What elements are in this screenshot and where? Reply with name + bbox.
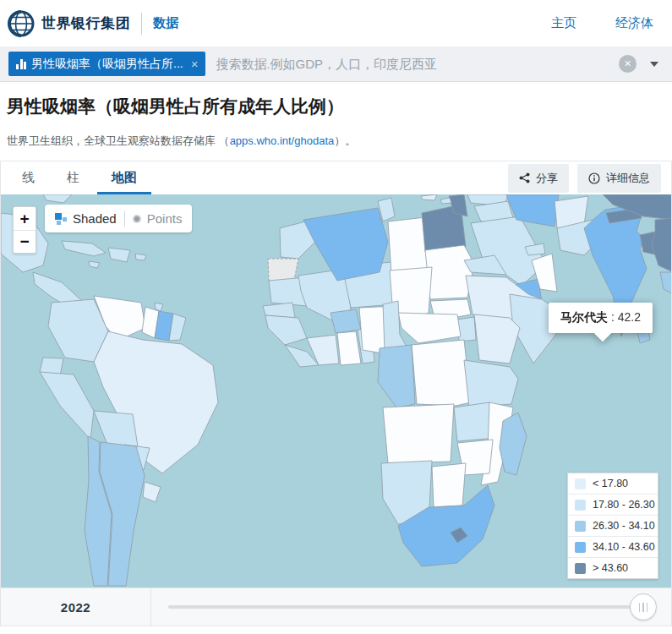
- country-botswana[interactable]: [432, 463, 466, 507]
- legend-row: 34.10 - 43.60: [568, 536, 658, 557]
- legend-row: > 43.60: [568, 557, 658, 578]
- mode-points[interactable]: Points: [133, 211, 183, 226]
- source-note: 世界卫生组织，全球卫生观察站数据存储库 （apps.who.int/ghodat…: [7, 134, 356, 149]
- info-icon: [588, 172, 600, 184]
- bar-chart-icon: [16, 59, 26, 69]
- legend-row: 17.80 - 26.30: [568, 494, 658, 515]
- map-tooltip: 马尔代夫 : 42.2: [549, 303, 653, 339]
- share-button[interactable]: 分享: [508, 164, 569, 193]
- legend-row: 26.30 - 34.10: [568, 515, 658, 536]
- map-legend: < 17.8017.80 - 26.3026.30 - 34.1034.10 -…: [567, 473, 658, 579]
- page-title: 男性吸烟率（吸烟男性占所有成年人比例）: [7, 95, 344, 118]
- legend-label: 34.10 - 43.60: [593, 541, 655, 553]
- timeline-year: 2022: [61, 600, 90, 615]
- brand[interactable]: 世界银行集团 数据: [7, 9, 178, 38]
- search-input[interactable]: [216, 57, 619, 71]
- indicator-tag-label: 男性吸烟率（吸烟男性占所...: [31, 57, 183, 72]
- details-label: 详细信息: [606, 171, 650, 186]
- brand-name: 世界银行集团: [41, 14, 130, 33]
- chart-tabbar: 线 柱 地图 分享 详细: [1, 161, 671, 194]
- timeline-slider-handle[interactable]: [630, 593, 657, 620]
- country-sudan[interactable]: [425, 245, 474, 299]
- shaded-label: Shaded: [73, 211, 117, 226]
- share-label: 分享: [536, 171, 558, 186]
- country-uganda[interactable]: [457, 317, 476, 342]
- worldbank-data-page: 世界银行集团 数据 主页 经济体 男性吸烟率（吸烟男性占所... × × 男性吸…: [0, 0, 672, 634]
- legend-swatch: [575, 542, 586, 553]
- nav-home-link[interactable]: 主页: [551, 15, 576, 31]
- tag-close-icon[interactable]: ×: [191, 57, 199, 70]
- country-drc[interactable]: [412, 340, 471, 406]
- source-link[interactable]: apps.who.int/ghodata: [230, 134, 335, 147]
- tab-actions: 分享 详细信息: [508, 161, 671, 194]
- points-label: Points: [147, 211, 183, 226]
- map-area: + − Shaded Points 马尔代夫 : 42.2 < 17.8017.…: [1, 194, 671, 588]
- legend-label: 26.30 - 34.10: [593, 520, 655, 532]
- worldbank-globe-logo: [7, 9, 36, 38]
- points-icon: [133, 215, 141, 223]
- nav-economies-link[interactable]: 经济体: [615, 15, 653, 31]
- tab-line[interactable]: 线: [6, 161, 51, 194]
- timeline-year-cell: 2022: [1, 588, 151, 626]
- country-tanzania[interactable]: [464, 360, 518, 407]
- details-button[interactable]: 详细信息: [577, 164, 661, 193]
- timeline-track-wrap: [151, 588, 671, 626]
- zoom-in-button[interactable]: +: [14, 207, 36, 230]
- source-prefix: 世界卫生组织，全球卫生观察站数据存储库 （: [7, 134, 230, 147]
- top-nav: 主页 经济体: [551, 15, 653, 31]
- search-bar: 男性吸烟率（吸烟男性占所... × ×: [0, 46, 672, 82]
- tooltip-value: 42.2: [618, 310, 641, 324]
- legend-swatch: [575, 500, 586, 511]
- country-angola[interactable]: [383, 404, 454, 463]
- tooltip-separator: :: [608, 310, 618, 324]
- indicator-tag[interactable]: 男性吸烟率（吸烟男性占所... ×: [8, 52, 205, 76]
- zoom-out-button[interactable]: −: [14, 230, 36, 253]
- mode-shaded[interactable]: Shaded: [55, 211, 117, 226]
- country-burkina[interactable]: [331, 309, 361, 333]
- legend-swatch: [575, 563, 586, 574]
- legend-label: < 17.80: [593, 478, 628, 489]
- timeline-bar: 2022: [1, 588, 671, 626]
- legend-swatch: [575, 478, 586, 489]
- share-icon: [519, 172, 530, 183]
- brand-divider: [141, 13, 142, 35]
- tooltip-country: 马尔代夫: [560, 310, 608, 324]
- clear-search-button[interactable]: ×: [619, 55, 636, 73]
- legend-label: > 43.60: [593, 562, 628, 574]
- legend-row: < 17.80: [568, 473, 658, 494]
- nav-data-link[interactable]: 数据: [153, 15, 178, 31]
- mode-divider: [124, 210, 125, 227]
- site-header: 世界银行集团 数据 主页 经济体: [0, 0, 672, 46]
- tab-map[interactable]: 地图: [96, 161, 153, 194]
- legend-label: 17.80 - 26.30: [593, 499, 655, 511]
- legend-swatch: [575, 521, 586, 532]
- chart-panel: 线 柱 地图 分享 详细: [0, 161, 672, 626]
- map-zoom-control: + −: [13, 206, 36, 254]
- tab-bar[interactable]: 柱: [51, 161, 96, 194]
- source-suffix: ）。: [334, 134, 356, 147]
- timeline-slider-track[interactable]: [168, 605, 643, 609]
- map-mode-toggle: Shaded Points: [45, 205, 192, 232]
- shaded-icon: [55, 213, 67, 225]
- dropdown-caret-icon[interactable]: [650, 62, 658, 67]
